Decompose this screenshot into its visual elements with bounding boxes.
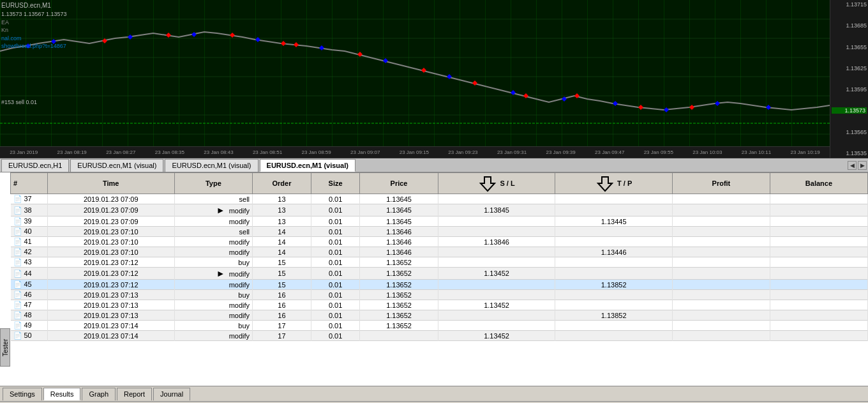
cell-size: 0.01 xyxy=(311,300,360,310)
cell-num: 📄46 xyxy=(11,290,48,300)
tab-report[interactable]: Report xyxy=(117,388,152,400)
cell-order: 16 xyxy=(253,310,311,321)
cell-balance xyxy=(770,237,867,247)
tab-m1-3[interactable]: EURUSD.ecn,M1 (visual) xyxy=(260,159,355,172)
table-row: 📄422019.01.23 07:10modify140.011.136461.… xyxy=(11,247,868,257)
tp-arrow-icon xyxy=(595,174,615,192)
cell-profit xyxy=(672,310,770,321)
svg-marker-25 xyxy=(281,41,286,46)
cell-tp xyxy=(555,290,673,300)
cell-tp xyxy=(555,194,673,204)
cell-balance xyxy=(770,247,867,257)
svg-marker-32 xyxy=(689,105,694,110)
cell-price: 1.13652 xyxy=(360,310,438,321)
svg-marker-34 xyxy=(481,177,495,191)
table-body: 📄372019.01.23 07:09sell130.011.13645📄382… xyxy=(11,194,868,341)
cell-profit xyxy=(672,247,770,257)
svg-marker-35 xyxy=(598,177,612,191)
cell-price: 1.13652 xyxy=(360,268,438,280)
cell-order: 13 xyxy=(253,217,311,227)
chart-svg xyxy=(0,0,830,147)
panel: Tester # Time Type Order Size Price xyxy=(0,172,868,401)
cell-type: modify xyxy=(174,247,252,257)
cell-order: 14 xyxy=(253,237,311,247)
doc-icon: 📄 xyxy=(13,248,22,255)
svg-marker-27 xyxy=(421,68,426,73)
tab-settings[interactable]: Settings xyxy=(3,388,42,400)
doc-icon: 📄 xyxy=(13,270,22,277)
cell-price: 1.13645 xyxy=(360,194,438,204)
cell-balance xyxy=(770,331,867,341)
cell-tp xyxy=(555,204,673,217)
chart-thread: showthread.php?t=14867 xyxy=(1,42,67,50)
doc-icon: 📄 xyxy=(13,227,22,235)
cell-num: 📄40 xyxy=(11,227,48,237)
cell-time: 2019.01.23 07:14 xyxy=(47,321,174,331)
cell-size: 0.01 xyxy=(311,257,360,268)
tab-graph[interactable]: Graph xyxy=(82,388,116,400)
tab-prev-button[interactable]: ◀ xyxy=(848,161,857,170)
cell-num: 📄37 xyxy=(11,194,48,204)
col-profit: Profit xyxy=(672,173,770,194)
chart-symbol: EURUSD.ecn,M1 xyxy=(1,1,67,10)
cell-sl xyxy=(438,194,555,204)
table-row: 📄392019.01.23 07:09modify130.011.136451.… xyxy=(11,217,868,227)
cell-type: buy xyxy=(174,321,252,331)
results-table-container[interactable]: # Time Type Order Size Price S / L xyxy=(10,172,868,386)
chart-ea: EA xyxy=(1,19,67,27)
cell-size: 0.01 xyxy=(311,247,360,257)
tab-next-button[interactable]: ▶ xyxy=(858,161,867,170)
cell-balance xyxy=(770,217,867,227)
cell-balance xyxy=(770,257,867,268)
cell-type: sell xyxy=(174,227,252,237)
cell-size: 0.01 xyxy=(311,204,360,217)
doc-icon: 📄 xyxy=(13,280,22,288)
svg-marker-29 xyxy=(523,93,528,98)
svg-marker-26 xyxy=(357,52,363,57)
cell-profit xyxy=(672,204,770,217)
cell-num: 📄44 xyxy=(11,268,48,280)
cell-balance xyxy=(770,268,867,280)
bottom-tab-bar: Settings Results Graph Report Journal xyxy=(0,386,868,401)
price-current: 1.13573 xyxy=(832,107,867,114)
cell-time: 2019.01.23 07:13 xyxy=(47,310,174,321)
time-bar: 23 Jan 2019 23 Jan 08:19 23 Jan 08:27 23… xyxy=(0,146,830,158)
cell-time: 2019.01.23 07:10 xyxy=(47,227,174,237)
cell-balance xyxy=(770,194,867,204)
cell-sl xyxy=(438,217,555,227)
cell-tp xyxy=(555,321,673,331)
doc-icon: 📄 xyxy=(13,331,22,339)
table-row: 📄432019.01.23 07:12buy150.011.13652 xyxy=(11,257,868,268)
tab-journal[interactable]: Journal xyxy=(153,388,190,400)
cell-type: ►modify xyxy=(174,204,252,217)
cell-num: 📄41 xyxy=(11,237,48,247)
tester-label[interactable]: Tester xyxy=(0,328,10,367)
cell-order: 13 xyxy=(253,194,311,204)
cell-time: 2019.01.23 07:09 xyxy=(47,217,174,227)
cell-profit xyxy=(672,331,770,341)
svg-marker-10 xyxy=(191,32,197,37)
tab-m1-2[interactable]: EURUSD.ecn,M1 (visual) xyxy=(165,159,258,172)
svg-marker-14 xyxy=(447,74,452,79)
cell-time: 2019.01.23 07:12 xyxy=(47,280,174,290)
cell-sl xyxy=(438,247,555,257)
doc-icon: 📄 xyxy=(13,321,22,329)
cell-sl xyxy=(438,310,555,321)
cell-tp xyxy=(555,300,673,310)
cell-order: 15 xyxy=(253,280,311,290)
svg-marker-24 xyxy=(294,42,299,47)
tab-m1-1[interactable]: EURUSD.ecn,M1 (visual) xyxy=(70,159,163,172)
cell-price: 1.13645 xyxy=(360,217,438,227)
cell-order: 13 xyxy=(253,204,311,217)
tab-results[interactable]: Results xyxy=(43,388,81,400)
chart-values: 1.13573 1.13567 1.13573 xyxy=(1,10,67,19)
tab-h1[interactable]: EURUSD.ecn,H1 xyxy=(1,159,69,172)
cell-order: 16 xyxy=(253,300,311,310)
col-tp: T / P xyxy=(555,173,673,194)
cell-profit xyxy=(672,237,770,247)
modify-arrow-icon: ► xyxy=(216,268,225,278)
cell-time: 2019.01.23 07:13 xyxy=(47,290,174,300)
sl-arrow-icon xyxy=(478,174,497,192)
svg-marker-9 xyxy=(128,34,133,40)
cell-order: 17 xyxy=(253,321,311,331)
